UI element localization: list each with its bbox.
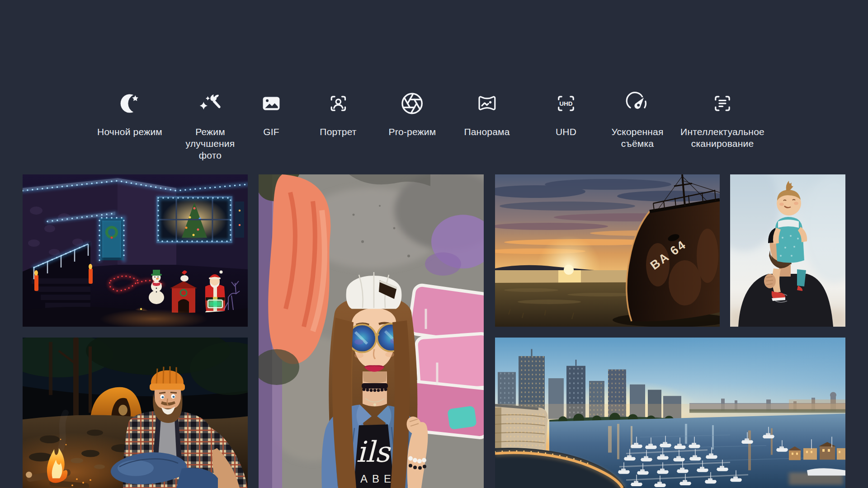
panorama-icon [475, 92, 499, 115]
feature-photo-enhance[interactable]: Режим улучшения фото [175, 92, 246, 161]
feature-bar: Ночной режим Режим улучшения фото [0, 92, 868, 164]
feature-portrait[interactable]: Портрет [320, 92, 356, 138]
feature-pro-mode[interactable]: Pro-режим [389, 92, 436, 138]
girl-graffiti-portrait-image: ils BABE [259, 174, 484, 488]
feature-timelapse[interactable]: Ускоренная съёмка [606, 92, 669, 150]
feature-label: UHD [556, 126, 576, 138]
child-on-fathers-shoulders-image [730, 174, 845, 327]
feature-night-mode[interactable]: Ночной режим [97, 92, 162, 138]
feature-label: Ускоренная съёмка [606, 126, 669, 150]
city-harbour-panorama-image [495, 338, 845, 488]
feature-label: Pro-режим [389, 126, 436, 138]
photo-christmas-lights-house[interactable] [23, 174, 248, 327]
feature-uhd[interactable]: UHD UHD [554, 92, 578, 138]
camera-modes-section: Ночной режим Режим улучшения фото [0, 0, 868, 488]
uhd-icon: UHD [554, 92, 578, 115]
feature-panorama[interactable]: Панорама [464, 92, 509, 138]
feature-label: GIF [263, 126, 279, 138]
aperture-icon [401, 92, 424, 115]
photo-child-on-fathers-shoulders[interactable] [730, 174, 845, 327]
feature-smart-scan[interactable]: Интеллектуальное сканирование [678, 92, 767, 150]
feature-label: Интеллектуальное сканирование [678, 126, 767, 150]
feature-gif[interactable]: GIF [259, 92, 283, 138]
christmas-lights-house-image [23, 174, 248, 327]
feature-label: Портрет [320, 126, 356, 138]
feature-label: Режим улучшения фото [175, 126, 246, 161]
campfire-selfie-image [23, 338, 248, 488]
photo-city-harbour-panorama[interactable] [495, 338, 845, 488]
portrait-frame-icon [326, 92, 350, 115]
photo-girl-graffiti-portrait[interactable]: ils BABE [259, 174, 484, 488]
scan-icon [711, 92, 734, 115]
speedometer-icon [626, 92, 649, 115]
moon-star-icon [118, 92, 142, 115]
snowman [149, 270, 164, 304]
svg-text:ils: ils [356, 436, 391, 469]
feature-label: Ночной режим [97, 126, 162, 138]
feature-label: Панорама [464, 126, 509, 138]
svg-text:UHD: UHD [559, 100, 573, 107]
magic-brush-icon [198, 92, 222, 115]
photo-icon [259, 92, 283, 115]
photo-campfire-selfie[interactable] [23, 338, 248, 488]
sunset-ship-image: BA 64 [495, 174, 720, 327]
photo-sunset-ship[interactable]: BA 64 [495, 174, 720, 327]
